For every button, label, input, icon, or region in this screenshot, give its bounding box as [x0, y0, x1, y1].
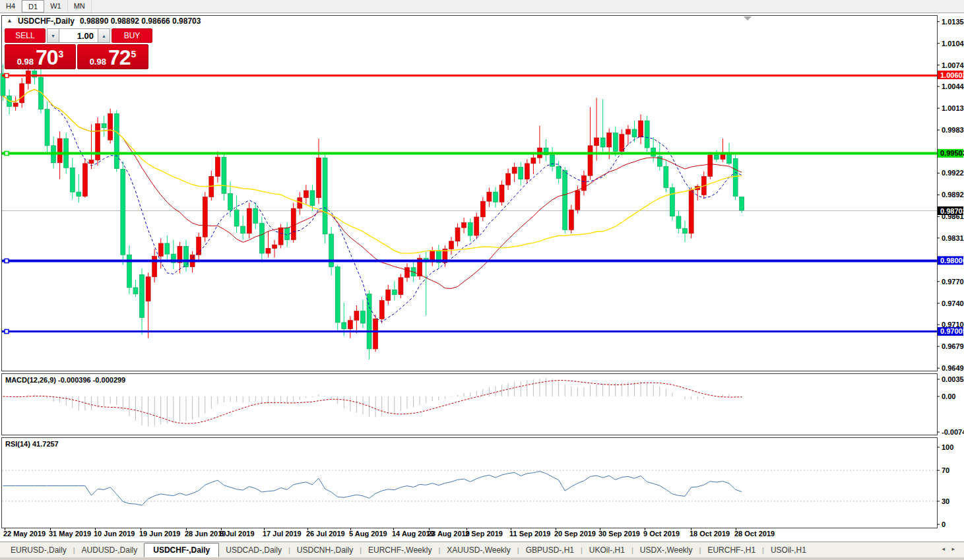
volume-increase-button[interactable]: ▲: [98, 28, 110, 43]
price-tag-label: 1.00602: [940, 71, 964, 79]
candle-body: [102, 123, 106, 127]
date-tick-label: 28 Oct 2019: [734, 530, 775, 538]
rsi-label: RSI(14) 41.7257: [5, 440, 59, 448]
date-tick-label: 11 Sep 2019: [509, 530, 550, 538]
buy-price-box[interactable]: 0.98 72 5: [77, 44, 148, 69]
price-tick-label: 1.00135: [942, 104, 964, 112]
tab-scroll-left-icon[interactable]: ◂: [942, 545, 948, 552]
tab-usdcad-daily[interactable]: USDCAD-,Daily: [219, 544, 288, 557]
panel-frame: [2, 438, 938, 528]
timeframe-mn-button[interactable]: MN: [68, 0, 92, 13]
tab-usdx-weekly[interactable]: USDX-,Weekly: [633, 544, 699, 557]
buy-price-pip: 5: [131, 51, 137, 57]
candle-body: [386, 290, 391, 300]
candle-body: [626, 129, 630, 135]
price-tick-label: 0.98315: [942, 234, 964, 242]
buy-price-prefix: 0.98: [90, 57, 106, 67]
candle-body: [133, 288, 138, 294]
date-tick-label: 8 Jul 2019: [220, 530, 255, 538]
candle-body: [525, 164, 529, 179]
date-tick-label: 31 May 2019: [49, 530, 91, 538]
candle-body: [367, 294, 371, 349]
candle-body: [462, 223, 466, 228]
candle-body: [569, 210, 573, 230]
price-tick-label: 1.01045: [942, 40, 964, 47]
volume-input[interactable]: [59, 28, 98, 43]
candle-body: [645, 121, 649, 148]
candle-body: [165, 243, 170, 254]
hline-handle: [5, 152, 9, 156]
candle-body: [114, 113, 119, 168]
timeframe-d1-button[interactable]: D1: [22, 0, 44, 13]
tab-usdcnh-daily[interactable]: USDCNH-,Daily: [290, 544, 360, 557]
ohlc-quote-line: 0.98890 0.98892 0.98666 0.98703: [80, 16, 201, 26]
candle-body: [20, 84, 24, 103]
chart-title: ▲ USDCHF-,Daily 0.98890 0.98892 0.98666 …: [7, 16, 201, 26]
tab-eurusd-daily[interactable]: EURUSD-,Daily: [4, 544, 73, 557]
date-tick-label: 26 Jul 2019: [306, 530, 345, 538]
candle-body: [152, 256, 157, 276]
candle-body: [506, 173, 511, 185]
candle-body: [519, 167, 523, 179]
price-tick-label: 0.96490: [942, 364, 964, 372]
timeframe-h4-button[interactable]: H4: [0, 0, 22, 13]
tab-bar-items: EURUSD-,Daily|AUDUSD-,DailyUSDCHF-,Daily…: [0, 542, 931, 557]
candle-body: [639, 121, 643, 137]
volume-decrease-button[interactable]: ▼: [47, 28, 59, 43]
candle-body: [379, 300, 384, 319]
candle-body: [399, 278, 403, 295]
tab-ukoil-h1[interactable]: UKOil-,H1: [583, 544, 631, 557]
candle-body: [146, 277, 150, 301]
price-tick-label: 0.96795: [942, 342, 964, 350]
date-tick-label: 17 Jul 2019: [263, 530, 302, 538]
tab-usoil-h1[interactable]: USOil-,H1: [764, 544, 813, 557]
ma-slow-line: [3, 90, 742, 254]
tab-eurchf-h1[interactable]: EURCHF-,H1: [701, 544, 762, 557]
candle-body: [228, 193, 233, 210]
candle-body: [689, 190, 693, 233]
tab-usdchf-daily[interactable]: USDCHF-,Daily: [144, 543, 219, 557]
date-tick-label: 23 Aug 2019: [428, 530, 470, 538]
price-tag-label: 0.98703: [940, 207, 964, 215]
price-tick-label: 0.97705: [942, 278, 964, 286]
candle-body: [82, 164, 87, 197]
chart-canvas: 1.013501.010451.007401.004401.001350.998…: [0, 0, 964, 542]
candle-body: [474, 217, 479, 235]
candle-body: [512, 167, 517, 173]
buy-button[interactable]: BUY: [112, 28, 152, 43]
candle-body: [404, 268, 409, 278]
date-tick-label: 20 Sep 2019: [554, 530, 596, 538]
candle-body: [89, 160, 94, 163]
price-tag-1.00602: 1.00602: [938, 71, 964, 79]
candle-body: [108, 113, 113, 140]
price-tick-label: 1.00740: [942, 61, 964, 69]
candle-body: [594, 138, 599, 146]
sell-price-main: 70: [36, 48, 58, 67]
candle-body: [247, 208, 251, 233]
price-tag-label: 0.99503: [940, 149, 964, 157]
candle-body: [310, 191, 315, 206]
window-bottom-strip: [0, 557, 964, 560]
rsi-tick-label: 0: [942, 520, 946, 528]
candle-body: [354, 311, 359, 321]
macd-label: MACD(12,26,9) -0.000396 -0.000299: [5, 376, 125, 384]
tab-xauusd-weekly[interactable]: XAUUSD-,Weekly: [440, 544, 517, 557]
tab-scroll-right-icon[interactable]: ▸: [951, 545, 957, 552]
symbol-marker-icon: ▲: [7, 17, 13, 24]
tab-gbpusd-h1[interactable]: GBPUSD-,H1: [519, 544, 581, 557]
candle-body: [664, 166, 668, 187]
hline-1.00602[interactable]: [2, 74, 937, 78]
candle-body: [57, 139, 62, 163]
hline-0.99503[interactable]: [2, 152, 937, 156]
candle-body: [266, 249, 271, 254]
chart-shift-marker-icon: [744, 16, 752, 20]
hline-handle: [5, 330, 9, 334]
hline-0.97005[interactable]: [2, 330, 937, 334]
ma-fast-line: [3, 90, 742, 322]
sell-price-box[interactable]: 0.98 70 3: [5, 44, 76, 69]
tab-audusd-daily[interactable]: AUDUSD-,Daily: [75, 544, 145, 557]
tab-eurchf-weekly[interactable]: EURCHF-,Weekly: [362, 544, 438, 557]
hline-0.98000[interactable]: [2, 259, 937, 263]
timeframe-w1-button[interactable]: W1: [44, 0, 68, 13]
sell-button[interactable]: SELL: [5, 28, 46, 43]
